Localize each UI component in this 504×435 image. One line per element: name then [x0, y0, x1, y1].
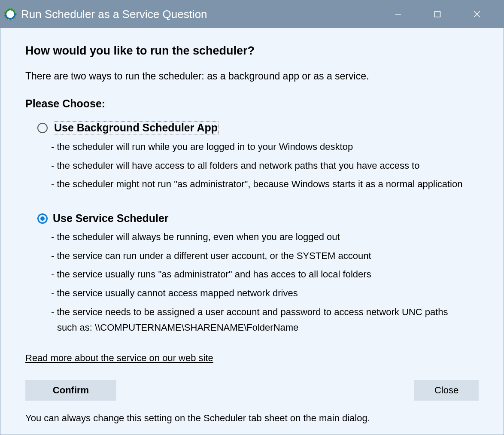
option2-title: Use Service Scheduler	[53, 212, 169, 225]
close-window-button[interactable]	[457, 0, 497, 28]
list-item: - the service usually cannot access mapp…	[51, 287, 479, 300]
list-item: - the scheduler will have access to all …	[51, 159, 479, 172]
minimize-button[interactable]	[378, 0, 418, 28]
list-item-continuation: such as: \\COMPUTERNAME\SHARENAME\Folder…	[57, 321, 479, 334]
option1-title: Use Background Scheduler App	[53, 121, 219, 134]
radio-background-app[interactable]	[37, 123, 48, 133]
read-more-link[interactable]: Read more about the service on our web s…	[25, 353, 479, 364]
option1-bullets: - the scheduler will run while you are l…	[51, 140, 479, 191]
footer-note: You can always change this setting on th…	[25, 413, 479, 424]
option-service-scheduler: Use Service Scheduler - the scheduler wi…	[37, 212, 479, 334]
svg-point-1	[8, 12, 12, 16]
window-controls	[378, 0, 497, 28]
radio-service-scheduler[interactable]	[37, 213, 48, 224]
button-row: Confirm Close	[25, 380, 479, 401]
intro-text: There are two ways to run the scheduler:…	[25, 70, 479, 82]
page-heading: How would you like to run the scheduler?	[25, 44, 479, 58]
close-button[interactable]: Close	[414, 380, 479, 401]
titlebar: Run Scheduler as a Service Question	[0, 0, 504, 28]
list-item: - the service usually runs "as administr…	[51, 268, 479, 281]
list-item: - the scheduler might not run "as admini…	[51, 178, 479, 191]
option2-bullets: - the scheduler will always be running, …	[51, 231, 479, 334]
maximize-button[interactable]	[418, 0, 457, 28]
dialog-content: How would you like to run the scheduler?…	[0, 28, 504, 435]
window-title: Run Scheduler as a Service Question	[21, 8, 378, 21]
app-icon	[4, 8, 17, 21]
list-item: - the service can run under a different …	[51, 249, 479, 262]
list-item: - the service needs to be assigned a use…	[51, 306, 479, 319]
option1-row[interactable]: Use Background Scheduler App	[37, 121, 479, 134]
svg-rect-3	[435, 12, 440, 17]
dialog-window: Run Scheduler as a Service Question How …	[0, 0, 504, 435]
option-background-app: Use Background Scheduler App - the sched…	[37, 121, 479, 197]
list-item: - the scheduler will always be running, …	[51, 231, 479, 243]
confirm-button[interactable]: Confirm	[25, 380, 116, 401]
list-item: - the scheduler will run while you are l…	[51, 140, 479, 153]
choose-label: Please Choose:	[25, 97, 479, 110]
option2-row[interactable]: Use Service Scheduler	[37, 212, 479, 225]
